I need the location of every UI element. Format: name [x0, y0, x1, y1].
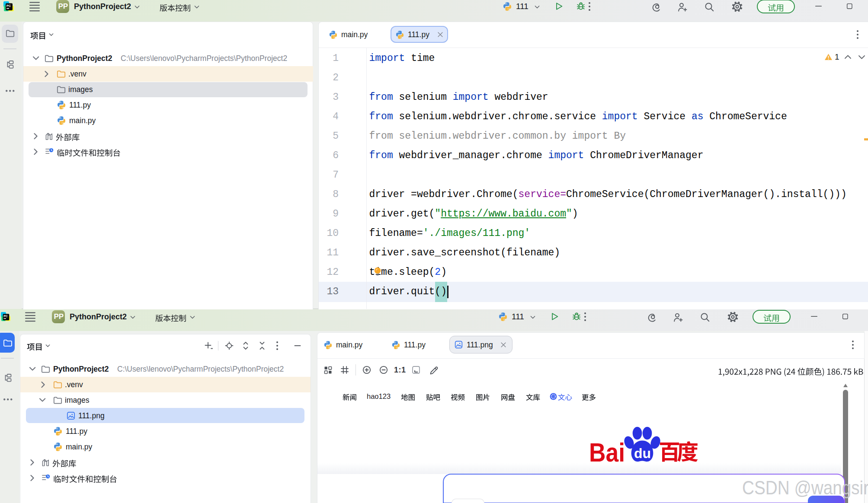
svg-text:Bai: Bai [589, 438, 625, 466]
svg-text:du: du [634, 446, 651, 461]
